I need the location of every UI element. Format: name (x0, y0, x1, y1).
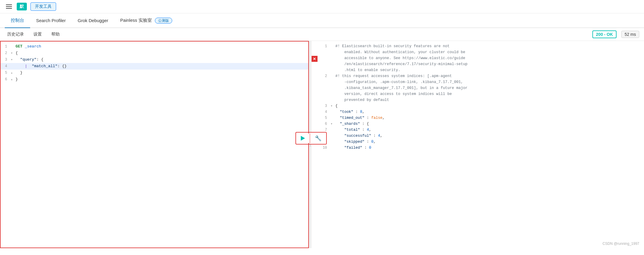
error-indicator[interactable]: ✕ (312, 56, 318, 62)
out-line-7: 7 "total" : 4, (320, 127, 644, 133)
tab-console[interactable]: 控制台 (5, 13, 30, 28)
out-line-2: 2 #! this request accesses system indice… (320, 73, 644, 103)
code-line-4: 4 | "match_all": {} (0, 63, 309, 70)
history-button[interactable]: 历史记录 (5, 30, 26, 38)
tab-search-profiler[interactable]: Search Profiler (30, 14, 72, 28)
wrench-icon: 🔧 (315, 135, 321, 142)
output-content: 1 #! Elasticsearch built-in security fea… (318, 41, 644, 248)
dev-tools-button[interactable]: 开发工具 (30, 2, 56, 11)
settings-button[interactable]: 设置 (31, 30, 44, 38)
main-area: 1 GET _search 2 ▾ { 3 ▾ "query": { 4 | " (0, 41, 644, 248)
run-button[interactable] (296, 133, 310, 143)
top-bar: 默 开发工具 (0, 0, 644, 13)
code-line-3: 3 ▾ "query": { (0, 56, 309, 63)
run-btn-container: 🔧 (295, 132, 327, 145)
run-icon (301, 136, 305, 141)
watermark: CSDN @running_1997 (603, 242, 639, 246)
help-button[interactable]: 帮助 (49, 30, 62, 38)
out-line-5: 5 "timed_out" : false, (320, 115, 644, 121)
settings-run-button[interactable]: 🔧 (310, 133, 326, 144)
code-line-2: 2 ▾ { (0, 50, 309, 56)
out-line-1: 1 #! Elasticsearch built-in security fea… (320, 43, 644, 73)
out-line-8: 8 "successful" : 4, (320, 133, 644, 139)
run-area: 🔧 (295, 132, 327, 145)
timing-badge: 52 ms (621, 31, 639, 38)
out-line-3: 3 ▾ { (320, 103, 644, 109)
out-line-9: 9 "skipped" : 0, (320, 139, 644, 145)
hamburger-button[interactable] (5, 3, 13, 10)
out-line-10: 10 "failed" : 0 (320, 145, 644, 151)
out-line-4: 4 "took" : 8, (320, 109, 644, 115)
out-line-6: 6 ▾ "_shards" : { (320, 121, 644, 127)
editor-content[interactable]: 1 GET _search 2 ▾ { 3 ▾ "query": { 4 | " (0, 41, 309, 248)
beta-badge: 公测版 (155, 18, 172, 24)
default-badge: 默 (17, 3, 27, 10)
output-panel: ✕ 1 #! Elasticsearch built-in security f… (312, 41, 644, 248)
status-badge: 200 - OK (592, 30, 617, 38)
nav-tabs: 控制台 Search Profiler Grok Debugger Painle… (0, 13, 644, 28)
tab-grok-debugger[interactable]: Grok Debugger (72, 14, 114, 28)
tab-painless[interactable]: Painless 实验室 公测版 (114, 13, 178, 28)
code-line-1: 1 GET _search (0, 43, 309, 50)
code-line-6: 6 ▴ } (0, 76, 309, 83)
editor-panel: 1 GET _search 2 ▾ { 3 ▾ "query": { 4 | " (0, 41, 309, 248)
code-line-5: 5 ▴ } (0, 70, 309, 76)
toolbar: 历史记录 设置 帮助 200 - OK 52 ms (0, 28, 644, 41)
